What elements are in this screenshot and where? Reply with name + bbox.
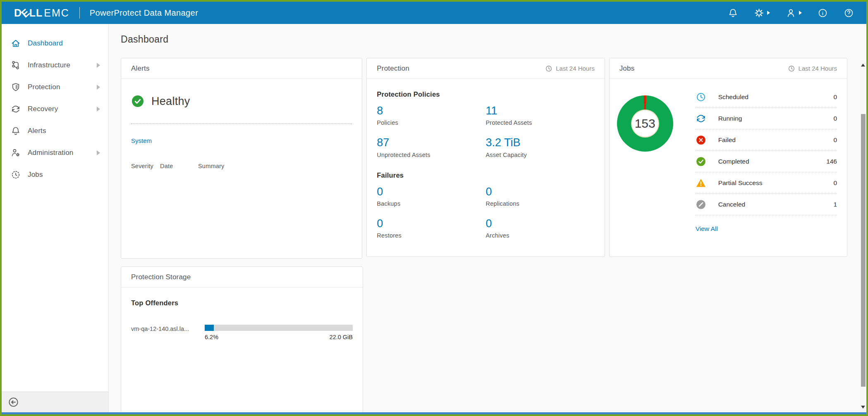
top-offenders-heading: Top Offenders bbox=[131, 299, 353, 307]
settings-gear-icon[interactable] bbox=[754, 8, 770, 18]
main-content: Dashboard Alerts Healthy bbox=[109, 24, 866, 412]
sidebar-item-protection[interactable]: Protection bbox=[2, 76, 108, 98]
home-icon bbox=[11, 38, 21, 48]
stat-policies: 8 Policies bbox=[377, 105, 485, 126]
healthy-check-icon bbox=[131, 95, 144, 108]
job-row-completed: Completed 146 bbox=[696, 151, 837, 172]
stat-value-link[interactable]: 87 bbox=[377, 137, 485, 148]
stat-unprotected-assets: 87 Unprotected Assets bbox=[377, 137, 485, 158]
offender-row: vm-qa-12-140.asl.la... 6.2% 22.0 GiB bbox=[131, 321, 353, 340]
chevron-right-icon bbox=[97, 107, 100, 112]
scrollbar-thumb[interactable] bbox=[861, 114, 866, 387]
scroll-down-arrow-icon[interactable] bbox=[861, 405, 866, 409]
alerts-card: Alerts Healthy System Severity bbox=[121, 58, 362, 259]
system-health-status: Healthy bbox=[151, 95, 190, 108]
header-divider bbox=[79, 7, 80, 19]
info-icon[interactable] bbox=[818, 8, 828, 18]
protection-card: Protection Last 24 Hours Protection Poli… bbox=[366, 58, 605, 257]
protection-storage-card: Protection Storage Top Offenders vm-qa-1… bbox=[121, 266, 363, 412]
stat-value-link[interactable]: 3.2 TiB bbox=[485, 137, 594, 148]
view-all-jobs-link[interactable]: View All bbox=[696, 225, 718, 233]
stat-value-link[interactable]: 8 bbox=[377, 105, 485, 116]
chevron-right-icon bbox=[97, 150, 100, 155]
bell-icon bbox=[11, 126, 21, 136]
stat-value-link[interactable]: 0 bbox=[377, 218, 485, 229]
alerts-card-title: Alerts bbox=[131, 64, 150, 73]
sidebar-item-dashboard[interactable]: Dashboard bbox=[2, 32, 108, 54]
sidebar-item-label: Dashboard bbox=[28, 39, 63, 48]
dellemc-logo: DELL EMC bbox=[14, 7, 69, 19]
jobs-donut-chart: 153 bbox=[617, 95, 673, 152]
sidebar-item-label: Recovery bbox=[28, 105, 58, 113]
sidebar-footer bbox=[2, 392, 108, 412]
clock-dashed-icon bbox=[11, 170, 21, 180]
stat-value-link[interactable]: 11 bbox=[485, 105, 594, 116]
job-row-scheduled: Scheduled 0 bbox=[696, 86, 837, 108]
usage-bar-fill bbox=[205, 325, 214, 331]
sidebar: Dashboard Infrastructure Protection bbox=[2, 24, 109, 412]
collapse-sidebar-icon[interactable] bbox=[8, 397, 19, 408]
job-row-partial-success: Partial Success 0 bbox=[696, 172, 837, 194]
warning-triangle-icon bbox=[696, 178, 706, 188]
divider bbox=[131, 124, 352, 124]
stat-backups: 0 Backups bbox=[377, 186, 485, 207]
sidebar-item-recovery[interactable]: Recovery bbox=[2, 98, 108, 120]
top-header: DELL EMC PowerProtect Data Manager bbox=[2, 2, 866, 24]
job-row-failed: Failed 0 bbox=[696, 129, 837, 151]
usage-bar bbox=[205, 325, 353, 331]
time-range-badge: Last 24 Hours bbox=[788, 65, 837, 72]
page-title: Dashboard bbox=[121, 34, 847, 45]
alerts-table-header: Severity Date Summary bbox=[131, 163, 352, 169]
sidebar-item-label: Protection bbox=[28, 83, 60, 91]
usage-capacity: 22.0 GiB bbox=[330, 334, 353, 340]
stat-archives: 0 Archives bbox=[485, 218, 594, 239]
jobs-card: Jobs Last 24 Hours 153 bbox=[609, 58, 847, 257]
chevron-right-icon bbox=[97, 63, 100, 68]
user-gear-icon bbox=[11, 148, 21, 158]
stat-value-link[interactable]: 0 bbox=[377, 186, 485, 197]
vertical-scrollbar[interactable] bbox=[860, 60, 866, 412]
stat-asset-capacity: 3.2 TiB Asset Capacity bbox=[485, 137, 594, 158]
sidebar-item-label: Jobs bbox=[28, 171, 43, 179]
stat-protected-assets: 11 Protected Assets bbox=[485, 105, 594, 126]
help-icon[interactable] bbox=[844, 8, 854, 18]
clock-outline-icon bbox=[696, 92, 706, 102]
system-alerts-link[interactable]: System bbox=[131, 137, 152, 144]
job-row-running: Running 0 bbox=[696, 108, 837, 129]
sidebar-item-administration[interactable]: Administration bbox=[2, 142, 108, 164]
offender-asset-name: vm-qa-12-140.asl.la... bbox=[131, 321, 205, 340]
sidebar-item-label: Alerts bbox=[28, 127, 46, 135]
failures-heading: Failures bbox=[377, 171, 594, 179]
time-range-badge: Last 24 Hours bbox=[545, 65, 594, 72]
sidebar-item-label: Infrastructure bbox=[28, 61, 70, 69]
scroll-up-arrow-icon[interactable] bbox=[861, 63, 866, 67]
jobs-total: 153 bbox=[617, 95, 673, 152]
error-circle-icon bbox=[696, 135, 706, 145]
bottom-edge-strip bbox=[2, 412, 866, 414]
sidebar-item-jobs[interactable]: Jobs bbox=[2, 164, 108, 185]
notifications-bell-icon[interactable] bbox=[728, 8, 738, 18]
user-menu-icon[interactable] bbox=[786, 8, 802, 18]
network-nodes-icon bbox=[11, 60, 21, 70]
job-row-canceled: Canceled 1 bbox=[696, 194, 837, 215]
chevron-right-icon bbox=[767, 11, 770, 15]
storage-card-title: Protection Storage bbox=[131, 273, 191, 281]
refresh-icon bbox=[696, 113, 706, 124]
jobs-card-title: Jobs bbox=[619, 64, 635, 73]
sidebar-item-infrastructure[interactable]: Infrastructure bbox=[2, 54, 108, 76]
stat-value-link[interactable]: 0 bbox=[485, 218, 594, 229]
column-summary: Summary bbox=[198, 163, 352, 169]
product-title: PowerProtect Data Manager bbox=[90, 8, 198, 18]
column-date: Date bbox=[160, 163, 198, 169]
sidebar-item-alerts[interactable]: Alerts bbox=[2, 120, 108, 142]
refresh-icon bbox=[11, 104, 21, 114]
stat-value-link[interactable]: 0 bbox=[485, 186, 594, 197]
column-severity: Severity bbox=[131, 163, 160, 169]
jobs-status-list: Scheduled 0 Running 0 bbox=[696, 79, 837, 233]
app-frame: DELL EMC PowerProtect Data Manager bbox=[0, 0, 868, 416]
stat-restores: 0 Restores bbox=[377, 218, 485, 239]
ban-circle-icon bbox=[696, 199, 706, 210]
protection-card-title: Protection bbox=[377, 64, 409, 73]
usage-percent: 6.2% bbox=[205, 334, 218, 340]
chevron-right-icon bbox=[799, 11, 802, 15]
